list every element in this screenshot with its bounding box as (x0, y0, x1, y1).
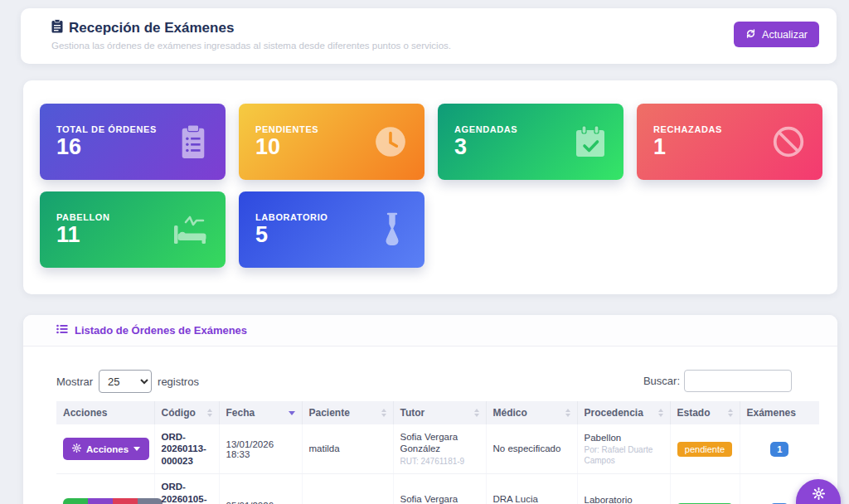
stat-card-total-ordenes: TOTAL DE ÓRDENES 16 (40, 104, 226, 180)
order-date: 05/01/2026 20:14 (226, 501, 295, 504)
stat-card-pendientes: PENDIENTES 10 (239, 104, 424, 180)
gear-icon (72, 443, 81, 454)
refresh-button[interactable]: Actualizar (734, 22, 819, 47)
list-icon (56, 324, 68, 337)
stats-grid: TOTAL DE ÓRDENES 16 PENDIENTES 10 AGENDA… (23, 80, 837, 268)
column-header-tutor[interactable]: Tutor (393, 401, 486, 424)
origin-by: Por: Rafael Duarte Campos (585, 445, 663, 466)
reject-button[interactable] (113, 498, 138, 504)
approve-button[interactable] (63, 498, 88, 504)
clipboard-icon (51, 19, 63, 37)
sort-icon (474, 409, 479, 417)
stats-panel: TOTAL DE ÓRDENES 16 PENDIENTES 10 AGENDA… (23, 80, 837, 294)
table-row: Acciones ORD-20260113-000023 13/01/2026 … (56, 424, 819, 474)
orders-table-panel: Listado de Órdenes de Exámenes Mostrar 2… (23, 315, 837, 504)
origin: Pabellon (585, 432, 663, 443)
table-card-title: Listado de Órdenes de Exámenes (75, 324, 247, 337)
tutor-name: Sofia Vergara González (400, 493, 479, 504)
search-control: Buscar: (643, 370, 792, 392)
row-action-buttons (63, 498, 163, 504)
column-header-codigo[interactable]: Código (154, 401, 219, 424)
stat-card-laboratorio: LABORATORIO 5 (239, 191, 424, 268)
stat-card-agendadas: AGENDADAS 3 (438, 104, 623, 180)
refresh-icon (745, 28, 756, 41)
column-header-medico[interactable]: Médico (486, 401, 577, 424)
page-length-select[interactable]: 25 (99, 370, 152, 393)
tutor-name: Sofia Vergara González (400, 431, 479, 455)
orders-table: Acciones Código Fecha Paciente Tutor Méd… (56, 401, 819, 504)
view-button[interactable] (138, 498, 163, 504)
ban-icon (771, 124, 806, 159)
column-header-estado[interactable]: Estado (670, 401, 740, 424)
page-header: Recepción de Exámenes Gestiona las órden… (21, 8, 837, 64)
column-header-paciente[interactable]: Paciente (302, 401, 393, 424)
sort-icon (728, 409, 733, 417)
search-label: Buscar: (643, 375, 680, 387)
stat-card-pabellon: PABELLON 11 (40, 191, 226, 268)
chevron-down-icon (133, 447, 140, 451)
column-header-examenes[interactable]: Exámenes (740, 401, 819, 424)
patient-name: matilda (309, 443, 386, 454)
tutor-rut: RUT: 24761181-9 (400, 457, 479, 468)
search-input[interactable] (684, 370, 792, 392)
hospital-bed-icon (171, 213, 209, 246)
sort-desc-icon (289, 411, 295, 415)
table-header-row: Acciones Código Fecha Paciente Tutor Méd… (56, 401, 819, 424)
calendar-check-icon (574, 124, 607, 159)
order-date: 13/01/2026 18:33 (226, 439, 295, 459)
sort-icon (565, 409, 570, 417)
clock-icon (373, 124, 408, 159)
acciones-dropdown-button[interactable]: Acciones (63, 438, 149, 460)
column-header-acciones[interactable]: Acciones (56, 401, 154, 424)
sort-icon (658, 409, 663, 417)
page-length-control: Mostrar 25 registros (56, 370, 199, 393)
page-title: Recepción de Exámenes (51, 19, 820, 37)
print-button[interactable] (88, 498, 113, 504)
exams-count-badge[interactable]: 1 (770, 442, 788, 457)
stat-card-rechazadas: RECHAZADAS 1 (637, 104, 822, 180)
sort-icon (381, 409, 386, 417)
gear-icon (813, 487, 825, 504)
doctor-name: No especificado (493, 443, 570, 454)
doctor-name: DRA Lucia Soledad Vera Muñoz (493, 493, 570, 504)
table-card-header: Listado de Órdenes de Exámenes (23, 315, 837, 346)
flask-icon (376, 211, 408, 248)
column-header-fecha[interactable]: Fecha (219, 401, 302, 424)
order-code: ORD-20260105-11585-1767644080 (162, 481, 212, 504)
column-header-procedencia[interactable]: Procedencia (577, 401, 670, 424)
status-badge: pendiente (677, 442, 732, 457)
clipboard-list-icon (177, 124, 209, 160)
table-row: ORD-20260105-11585-1767644080 05/01/2026… (56, 474, 819, 504)
page-subtitle: Gestiona las órdenes de exámenes ingresa… (51, 41, 820, 51)
sort-icon (207, 409, 212, 417)
origin: Laboratorio (585, 494, 663, 504)
order-code: ORD-20260113-000023 (162, 431, 212, 467)
table-controls: Mostrar 25 registros Buscar: (23, 346, 837, 401)
